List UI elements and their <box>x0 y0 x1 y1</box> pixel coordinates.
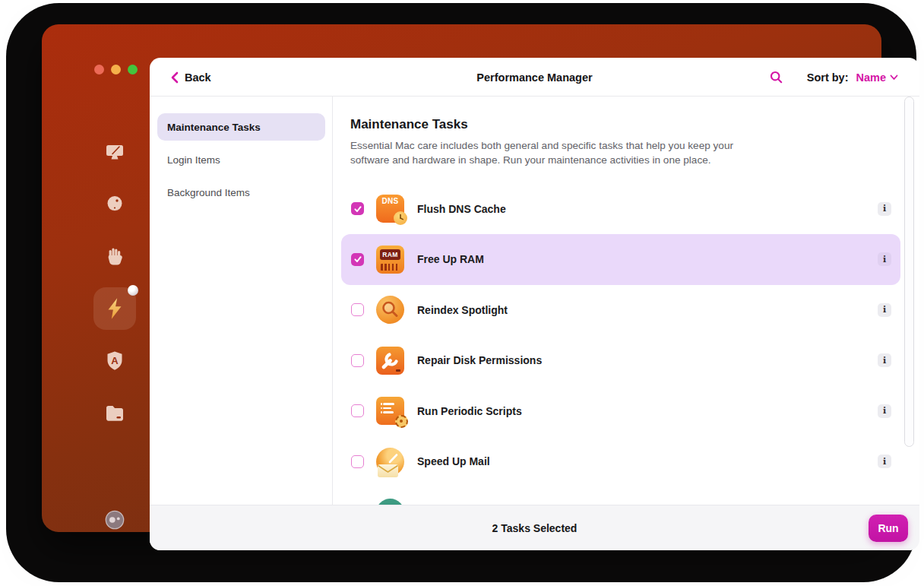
sort-by-label: Sort by: <box>807 71 849 84</box>
svg-text:A: A <box>111 355 119 366</box>
main-panel: Back Performance Manager Sort by: Name <box>150 58 919 550</box>
nav-item-label: Background Items <box>167 187 250 198</box>
sidebar-item-cleanup[interactable] <box>98 135 131 169</box>
hand-icon <box>103 245 127 269</box>
task-icon: DNS <box>376 195 404 223</box>
task-checkbox[interactable] <box>351 354 364 367</box>
chevron-left-icon <box>171 71 179 84</box>
task-checkbox[interactable] <box>351 404 364 417</box>
section-nav: Maintenance Tasks Login Items Background… <box>150 97 333 505</box>
nav-item-label: Maintenance Tasks <box>167 122 261 133</box>
mail-speed-icon <box>376 448 404 476</box>
back-label: Back <box>185 71 211 84</box>
sidebar-item-applications[interactable]: A <box>98 344 131 378</box>
clock-badge-icon <box>394 211 407 225</box>
sort-dropdown[interactable]: Name <box>856 71 899 84</box>
check-icon <box>353 255 362 264</box>
ram-icon: RAM <box>376 245 404 274</box>
sort-value: Name <box>856 71 887 84</box>
sidebar-item-privacy[interactable] <box>98 240 131 274</box>
ball-icon <box>103 192 127 217</box>
sidebar-item-protection[interactable] <box>98 188 131 221</box>
minimize-button[interactable] <box>111 65 121 74</box>
chevron-down-icon <box>890 74 898 81</box>
disk-permissions-icon <box>376 347 404 375</box>
envelope-icon <box>378 464 398 477</box>
task-list: DNS Flush DNS Cache i RAM Free Up RAM i <box>341 184 900 487</box>
zoom-button[interactable] <box>128 65 138 74</box>
info-button[interactable]: i <box>878 202 891 216</box>
task-label: Repair Disk Permissions <box>417 354 542 366</box>
task-checkbox[interactable] <box>351 303 364 316</box>
run-button[interactable]: Run <box>869 515 908 542</box>
task-row[interactable]: Speed Up Mail i <box>341 436 900 487</box>
info-button[interactable]: i <box>878 455 891 468</box>
content-area: Maintenance Tasks Essential Mac care inc… <box>334 97 919 505</box>
task-icon <box>376 347 404 375</box>
sidebar-item-files[interactable] <box>98 396 131 429</box>
task-row[interactable]: Run Periodic Scripts i <box>341 386 900 437</box>
info-button[interactable]: i <box>878 303 891 317</box>
task-checkbox[interactable] <box>351 253 364 266</box>
task-label: Free Up RAM <box>417 253 484 265</box>
task-label: Reindex Spotlight <box>417 304 508 316</box>
task-icon <box>376 296 404 324</box>
footer-bar: 2 Tasks Selected Run <box>150 505 919 550</box>
info-button[interactable]: i <box>878 353 891 367</box>
sidebar-item-assistant[interactable] <box>98 503 131 537</box>
notification-dot <box>128 285 138 296</box>
screenshot-stage: A Back <box>0 0 924 586</box>
nav-item-label: Login Items <box>167 154 220 166</box>
scrollbar-thumb[interactable] <box>904 97 914 447</box>
header-right: Sort by: Name <box>770 58 898 97</box>
dns-cache-icon: DNS <box>376 195 404 223</box>
window-controls <box>94 65 138 74</box>
assistant-icon <box>102 507 128 533</box>
task-row[interactable]: Reindex Spotlight i <box>341 285 900 336</box>
task-label: Speed Up Mail <box>417 455 490 467</box>
task-checkbox[interactable] <box>351 202 364 215</box>
task-label: Run Periodic Scripts <box>417 405 522 417</box>
folder-icon <box>103 401 127 425</box>
task-icon <box>376 448 404 476</box>
lightning-icon <box>102 296 128 322</box>
panel-header: Back Performance Manager Sort by: Name <box>150 58 919 97</box>
nav-item-login-items[interactable]: Login Items <box>157 146 325 173</box>
info-button[interactable]: i <box>878 404 891 418</box>
spotlight-icon <box>376 296 404 324</box>
task-row[interactable]: DNS Flush DNS Cache i <box>341 184 900 235</box>
task-row[interactable]: RAM Free Up RAM i <box>341 234 900 285</box>
task-icon: RAM <box>376 245 404 274</box>
partial-task-icon <box>376 499 404 505</box>
nav-item-background-items[interactable]: Background Items <box>157 179 325 206</box>
page-title: Performance Manager <box>476 58 592 97</box>
check-icon <box>353 204 362 214</box>
tasks-selected-status: 2 Tasks Selected <box>150 505 919 550</box>
app-window: A Back <box>42 24 881 532</box>
content-heading: Maintenance Tasks <box>350 117 919 132</box>
sidebar-item-speed-active[interactable] <box>93 287 136 330</box>
back-button[interactable]: Back <box>171 58 211 97</box>
task-label: Flush DNS Cache <box>417 203 506 215</box>
task-checkbox[interactable] <box>351 455 364 468</box>
info-button[interactable]: i <box>878 252 891 266</box>
task-icon <box>376 397 404 425</box>
close-button[interactable] <box>94 65 104 74</box>
gear-badge-icon <box>395 415 408 428</box>
content-description: Essential Mac care includes both general… <box>350 139 734 168</box>
task-row[interactable]: Repair Disk Permissions i <box>341 335 900 386</box>
nav-item-maintenance-tasks[interactable]: Maintenance Tasks <box>157 113 325 141</box>
applications-shield-icon: A <box>103 349 127 373</box>
periodic-scripts-icon <box>376 397 404 425</box>
search-icon[interactable] <box>770 71 783 84</box>
cleanup-icon <box>103 140 127 164</box>
